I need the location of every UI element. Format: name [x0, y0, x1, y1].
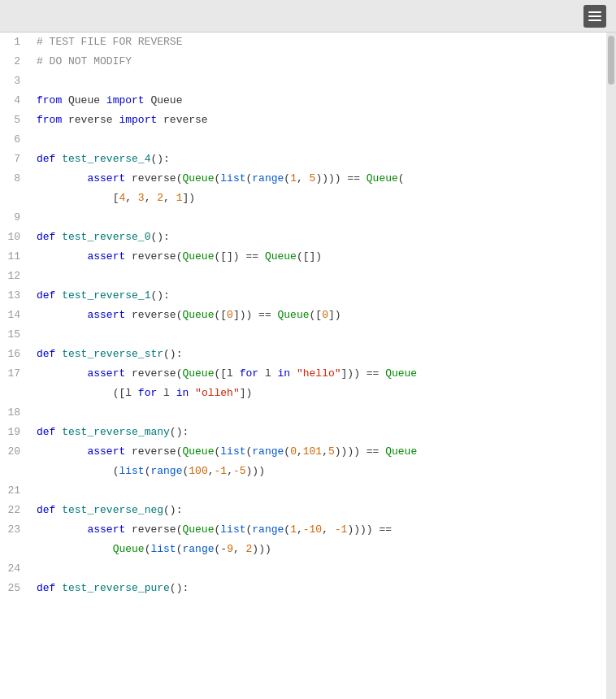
line-content: # DO NOT MODIFY: [37, 52, 606, 72]
token-plain: ([: [214, 309, 227, 321]
token-plain: ():: [150, 231, 169, 243]
line-content: assert reverse(Queue([l for l in "hello"…: [37, 364, 606, 384]
line-content: def test_reverse_pure():: [37, 579, 606, 598]
code-line: 6: [0, 130, 606, 150]
line-content: (list(range(100,-1,-5))): [37, 462, 606, 481]
indent-space: [37, 465, 87, 477]
line-content: def test_reverse_str():: [37, 345, 606, 364]
indent-space: [37, 172, 87, 185]
token-defkw: def: [37, 348, 55, 360]
scrollbar-thumb[interactable]: [608, 36, 614, 85]
code-line: 8 assert reverse(Queue(list(range(1, 5))…: [0, 169, 606, 189]
token-builtin: range: [252, 172, 284, 185]
line-content: [37, 267, 606, 286]
code-line: Queue(list(range(-9, 2))): [0, 540, 606, 559]
code-line: [4, 3, 2, 1]): [0, 189, 606, 208]
line-number: 12: [0, 267, 37, 286]
line-content: [37, 208, 606, 228]
code-line: 18: [0, 403, 606, 423]
line-content: def test_reverse_4():: [37, 150, 606, 169]
line-content: [37, 481, 606, 501]
token-plain: reverse(: [125, 250, 182, 263]
token-plain: reverse: [157, 114, 207, 126]
line-number: 14: [0, 306, 37, 325]
token-class: Queue: [182, 523, 214, 536]
token-plain: reverse(: [125, 309, 182, 321]
token-plain: reverse(: [125, 523, 182, 536]
token-number: 0: [290, 445, 297, 458]
line-number: 10: [0, 228, 37, 247]
token-defkw: def: [37, 153, 55, 165]
token-plain: ]): [183, 192, 196, 204]
code-line: 9: [0, 208, 606, 228]
token-plain: ([]): [297, 250, 322, 263]
token-funcname: test_reverse_many: [62, 426, 170, 438]
line-content: def test_reverse_many():: [37, 423, 606, 442]
code-line: 2# DO NOT MODIFY: [0, 52, 606, 72]
menu-button[interactable]: [583, 5, 606, 28]
token-plain: [87, 543, 112, 555]
line-number: 22: [0, 501, 37, 520]
token-class: Queue: [278, 309, 310, 321]
token-plain: Queue: [145, 94, 183, 106]
token-string: "olleh": [195, 387, 240, 399]
token-comment: # DO NOT MODIFY: [37, 55, 132, 67]
scrollbar-track[interactable]: [606, 33, 616, 699]
token-class: Queue: [182, 367, 214, 380]
token-assert: assert: [87, 367, 125, 380]
token-plain: ])) ==: [233, 309, 278, 321]
token-plain: Queue: [62, 94, 106, 106]
code-line: 19def test_reverse_many():: [0, 423, 606, 442]
line-content: def test_reverse_1():: [37, 286, 606, 306]
line-number: 9: [0, 208, 37, 228]
line-number: [0, 462, 37, 481]
line-content: Queue(list(range(-9, 2))): [37, 540, 606, 559]
line-number: 24: [0, 559, 37, 579]
token-builtin: range: [252, 445, 284, 458]
token-builtin: list: [119, 465, 144, 477]
token-plain: ,: [297, 445, 303, 458]
token-number: 0: [227, 309, 233, 321]
token-class: Queue: [385, 445, 417, 458]
token-number: -10: [303, 523, 322, 536]
line-number: 15: [0, 325, 37, 345]
code-line: 23 assert reverse(Queue(list(range(1,-10…: [0, 520, 606, 540]
token-plain: ,: [227, 465, 233, 477]
token-assert: assert: [87, 445, 125, 458]
code-line: 5from reverse import reverse: [0, 111, 606, 130]
token-plain: ))): [246, 465, 265, 477]
token-plain: ([: [310, 309, 323, 321]
line-number: 20: [0, 442, 37, 462]
token-defkw: def: [37, 504, 55, 516]
token-plain: ():: [150, 153, 169, 165]
line-number: 19: [0, 423, 37, 442]
code-line: 11 assert reverse(Queue([]) == Queue([]): [0, 247, 606, 267]
token-class: Queue: [182, 445, 214, 458]
code-line: 10def test_reverse_0():: [0, 228, 606, 247]
token-plain: ,: [125, 192, 138, 204]
code-line: 15: [0, 325, 606, 345]
line-number: 3: [0, 72, 37, 91]
token-number: 5: [328, 445, 335, 458]
token-plain: l: [157, 387, 176, 399]
token-builtin: list: [220, 523, 245, 536]
code-line: 1# TEST FILE FOR REVERSE: [0, 33, 606, 52]
token-builtin: list: [220, 172, 245, 185]
token-builtin: range: [150, 465, 182, 477]
line-content: assert reverse(Queue(list(range(1, 5))))…: [37, 169, 606, 189]
token-plain: (: [87, 465, 119, 477]
menu-icon-line2: [588, 15, 601, 17]
token-plain: [189, 387, 195, 399]
token-number: -1: [215, 465, 228, 477]
code-lines: 1# TEST FILE FOR REVERSE2# DO NOT MODIFY…: [0, 33, 606, 598]
line-content: [4, 3, 2, 1]): [37, 189, 606, 208]
token-plain: reverse(: [125, 367, 182, 380]
code-line: 25def test_reverse_pure():: [0, 579, 606, 598]
code-line: 22def test_reverse_neg():: [0, 501, 606, 520]
token-keyword: for: [138, 387, 157, 399]
code-editor[interactable]: 1# TEST FILE FOR REVERSE2# DO NOT MODIFY…: [0, 33, 606, 699]
line-number: 11: [0, 247, 37, 267]
token-class: Queue: [265, 250, 297, 263]
token-class: Queue: [182, 309, 214, 321]
line-content: # TEST FILE FOR REVERSE: [37, 33, 606, 52]
